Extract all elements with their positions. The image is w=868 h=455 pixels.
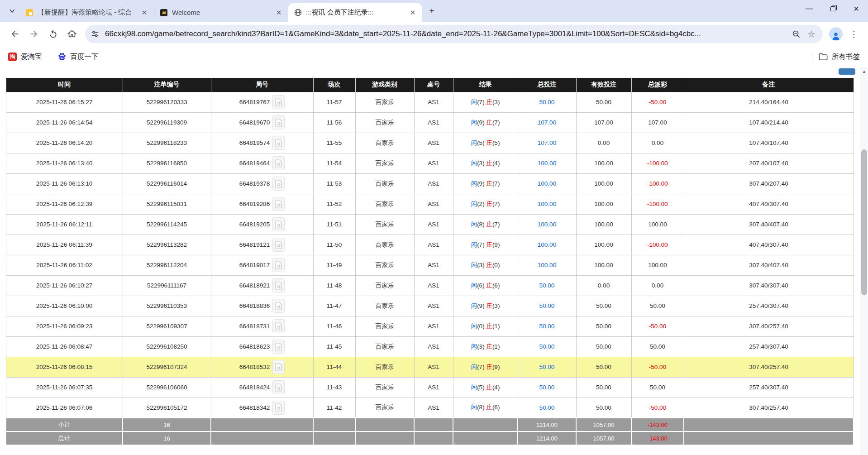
- cell-round: 664819378: [211, 173, 313, 194]
- reload-button[interactable]: [44, 25, 62, 43]
- cell-total-bet[interactable]: 100.00: [518, 255, 576, 275]
- cell-table-no: AS1: [414, 398, 453, 418]
- cell-total-bet[interactable]: 50.00: [518, 92, 576, 112]
- forward-button[interactable]: [25, 25, 43, 43]
- scrollbar-thumb[interactable]: [861, 149, 867, 295]
- cell-result: 闲(3) 庄(0): [453, 255, 518, 275]
- cell-total-bet[interactable]: 50.00: [518, 296, 576, 316]
- bookmark-star-icon[interactable]: ☆: [804, 26, 819, 42]
- table-row[interactable]: 2025-11-26 06:08:47522996108250664818623…: [6, 336, 854, 357]
- cell-remark: 407.40/307.40: [684, 194, 854, 214]
- cell-total-bet[interactable]: 107.00: [518, 112, 576, 133]
- tab-title: Welcome: [172, 9, 270, 16]
- cell-remark: 407.40/307.40: [684, 235, 854, 255]
- cell-table-no: AS1: [414, 255, 453, 275]
- zoom-page-button[interactable]: [788, 26, 804, 42]
- cell-session: 11-53: [313, 173, 355, 194]
- video-replay-button[interactable]: [272, 360, 285, 374]
- cell-bet-id: 522996111167: [123, 275, 211, 296]
- tab-search-button[interactable]: [5, 3, 20, 19]
- cell-total-bet[interactable]: 100.00: [518, 214, 576, 235]
- cell-session: 11-48: [313, 275, 355, 296]
- table-row[interactable]: 2025-11-26 06:11:02522996112204664819017…: [6, 255, 854, 275]
- cell-round: 664819464: [211, 153, 313, 173]
- cell-total-bet[interactable]: 50.00: [518, 316, 576, 336]
- cell-valid-bet: 50.00: [576, 296, 631, 316]
- video-replay-button[interactable]: [272, 136, 285, 150]
- summary-payout: -143.00: [631, 418, 684, 431]
- table-row[interactable]: 2025-11-26 06:10:27522996111167664818921…: [6, 275, 854, 296]
- restore-button[interactable]: [821, 0, 844, 17]
- video-replay-button[interactable]: [272, 340, 285, 354]
- cell-bet-id: 522996118233: [123, 133, 211, 153]
- cell-total-bet[interactable]: 100.00: [518, 194, 576, 214]
- cell-total-bet[interactable]: 50.00: [518, 398, 576, 418]
- video-replay-button[interactable]: [272, 319, 285, 333]
- all-bookmarks-button[interactable]: 所有书签: [819, 52, 860, 62]
- cell-total-bet[interactable]: 50.00: [518, 336, 576, 357]
- video-replay-button[interactable]: [272, 95, 285, 109]
- cell-total-bet[interactable]: 50.00: [518, 275, 576, 296]
- back-button[interactable]: [6, 25, 24, 43]
- video-replay-button[interactable]: [272, 156, 285, 170]
- url-bar[interactable]: 66cxkj98.com/game/betrecord_search/kind3…: [85, 25, 823, 43]
- tab-forum[interactable]: 【新提醒】海燕策略论坛 - 综合 ✕: [20, 3, 154, 22]
- tab-close-icon[interactable]: ✕: [274, 8, 284, 18]
- bookmark-baidu[interactable]: du 百度一下: [57, 52, 99, 62]
- video-replay-button[interactable]: [272, 258, 285, 272]
- blue-partial-button[interactable]: [839, 68, 855, 75]
- table-row[interactable]: 2025-11-26 06:12:39522996115031664819286…: [6, 194, 854, 214]
- table-row[interactable]: 2025-11-26 06:14:54522996119309664819670…: [6, 112, 854, 133]
- tab-welcome[interactable]: Welcome ✕: [154, 3, 288, 22]
- table-row[interactable]: 2025-11-26 06:08:15522996107324664818532…: [6, 357, 854, 377]
- table-row[interactable]: 2025-11-26 06:14:20522996118233664819574…: [6, 133, 854, 153]
- video-replay-button[interactable]: [272, 177, 285, 191]
- close-window-button[interactable]: ×: [844, 0, 868, 17]
- round-number: 664818532: [239, 364, 270, 370]
- home-button[interactable]: [63, 25, 81, 43]
- profile-button[interactable]: [827, 25, 844, 43]
- cell-game-type: 百家乐: [355, 214, 414, 235]
- video-replay-button[interactable]: [272, 299, 285, 313]
- cell-round: 664818342: [211, 398, 313, 418]
- table-row[interactable]: 2025-11-26 06:15:27522996120333664819767…: [6, 92, 854, 112]
- scrollbar-up-arrow[interactable]: ▲: [860, 67, 868, 76]
- video-replay-button[interactable]: [272, 380, 285, 394]
- video-replay-button[interactable]: [272, 115, 285, 129]
- round-number: 664819670: [239, 119, 270, 126]
- new-tab-button[interactable]: +: [425, 4, 439, 18]
- welcome-favicon-icon: [160, 9, 168, 17]
- table-row[interactable]: 2025-11-26 06:07:35522996106060664818424…: [6, 377, 854, 398]
- cell-total-bet[interactable]: 50.00: [518, 357, 576, 377]
- vertical-scrollbar[interactable]: ▲: [860, 67, 868, 455]
- cell-total-bet[interactable]: 100.00: [518, 173, 576, 194]
- minimize-button[interactable]: —: [797, 0, 821, 17]
- cell-total-bet[interactable]: 100.00: [518, 235, 576, 255]
- cell-total-bet[interactable]: 107.00: [518, 133, 576, 153]
- browser-menu-button[interactable]: ⋮: [846, 26, 862, 42]
- video-replay-button[interactable]: [272, 401, 285, 415]
- table-row[interactable]: 2025-11-26 06:13:10522996116014664819378…: [6, 173, 854, 194]
- tab-close-icon[interactable]: ✕: [408, 8, 418, 18]
- table-row[interactable]: 2025-11-26 06:12:11522996114245664819205…: [6, 214, 854, 235]
- cell-round: 664818424: [211, 377, 313, 398]
- tab-close-icon[interactable]: ✕: [139, 8, 149, 18]
- url-text[interactable]: 66cxkj98.com/game/betrecord_search/kind3…: [105, 29, 788, 38]
- cell-total-bet[interactable]: 100.00: [518, 153, 576, 173]
- restore-icon: [830, 6, 835, 11]
- video-replay-button[interactable]: [272, 278, 285, 292]
- cell-payout: -50.00: [631, 316, 684, 336]
- site-settings-icon[interactable]: [88, 27, 102, 41]
- video-replay-button[interactable]: [272, 217, 285, 231]
- table-row[interactable]: 2025-11-26 06:11:39522996113282664819121…: [6, 235, 854, 255]
- cell-total-bet[interactable]: 50.00: [518, 377, 576, 398]
- table-row[interactable]: 2025-11-26 06:10:00522996110353664818836…: [6, 296, 854, 316]
- video-doc-icon: [275, 343, 282, 351]
- video-replay-button[interactable]: [272, 197, 285, 211]
- table-row[interactable]: 2025-11-26 06:13:40522996116850664819464…: [6, 153, 854, 173]
- table-row[interactable]: 2025-11-26 06:09:23522996109307664818731…: [6, 316, 854, 336]
- video-replay-button[interactable]: [272, 238, 285, 252]
- tab-bet-records-active[interactable]: :::视讯 会员下注纪录::: ✕: [288, 3, 422, 22]
- bookmark-aitaobao[interactable]: 淘 爱淘宝: [8, 52, 42, 62]
- table-row[interactable]: 2025-11-26 06:07:06522996105172664818342…: [6, 398, 854, 418]
